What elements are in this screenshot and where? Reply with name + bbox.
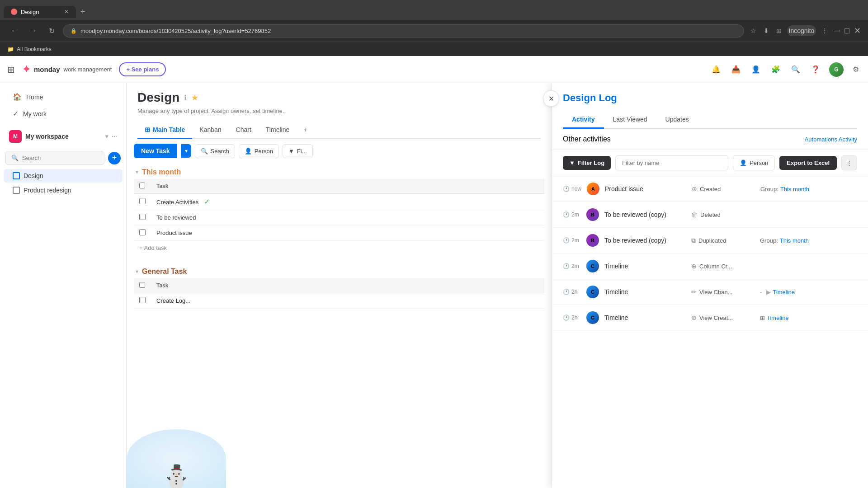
tab-favicon — [11, 9, 17, 15]
refresh-button[interactable]: ↻ — [45, 25, 58, 37]
export-excel-button[interactable]: Export to Excel — [779, 156, 837, 170]
log-group-link-4[interactable]: Timeline — [773, 289, 795, 296]
star-icon[interactable]: ★ — [191, 93, 198, 103]
panel-tab-updates[interactable]: Updates — [656, 111, 698, 129]
download-icon[interactable]: ⬇ — [762, 25, 771, 36]
new-task-dropdown-button[interactable]: ▾ — [181, 144, 191, 158]
search-header-icon[interactable]: 🔍 — [789, 63, 802, 75]
browser-tab[interactable]: Design ✕ — [4, 6, 76, 18]
select-all-general-checkbox[interactable] — [139, 282, 145, 288]
bookmarks-label[interactable]: All Bookmarks — [17, 46, 52, 52]
log-group-link-2[interactable]: This month — [780, 237, 809, 244]
log-action-icon-2: ⧉ — [691, 237, 696, 244]
log-avatar-2: B — [586, 234, 599, 247]
tab-timeline[interactable]: Timeline — [259, 122, 297, 139]
incognito-badge: Incognito — [787, 25, 816, 36]
sidebar: 🏠 Home ✓ My work M My workspace ▾ ··· 🔍 — [0, 83, 127, 488]
add-task-button[interactable]: + Add task — [134, 241, 544, 255]
inbox-icon[interactable]: 📥 — [730, 63, 742, 75]
filter-person-button[interactable]: 👤 Person — [733, 155, 775, 170]
person-toolbar-button[interactable]: 👤 Person — [239, 144, 279, 158]
log-avatar-5: C — [586, 311, 599, 324]
group-title-this-month[interactable]: This month — [142, 168, 181, 176]
sidebar-workspace[interactable]: M My workspace ▾ ··· — [0, 126, 126, 147]
panel-tab-last-viewed[interactable]: Last Viewed — [604, 111, 656, 129]
log-item-name-1: To be reviewed (copy) — [604, 211, 686, 218]
export-more-button[interactable]: ⋮ — [841, 155, 857, 170]
window-icon[interactable]: ⊞ — [774, 25, 783, 36]
log-entry: 🕐 2h C Timeline ⊕ View Creat... ⊞ Timeli… — [552, 305, 868, 331]
log-action-0: ⊕ Created — [692, 185, 755, 192]
log-item-name-0: Product issue — [605, 185, 686, 192]
grid-icon[interactable]: ⊞ — [7, 64, 15, 75]
bookmark-star-icon[interactable]: ☆ — [749, 25, 758, 36]
task-done-icon: ✓ — [204, 198, 210, 206]
log-action-1: 🗑 Deleted — [691, 211, 755, 218]
tab-kanban[interactable]: Kanban — [192, 122, 228, 139]
filter-toolbar-button[interactable]: ▼ Fi... — [283, 144, 313, 158]
sidebar-item-home[interactable]: 🏠 Home — [4, 89, 123, 105]
search-toolbar-button[interactable]: 🔍 Search — [195, 144, 235, 158]
tab-close-icon[interactable]: ✕ — [64, 9, 69, 15]
task-checkbox[interactable] — [139, 198, 146, 204]
group-collapse-icon[interactable]: ▾ — [136, 169, 138, 175]
bell-icon[interactable]: 🔔 — [710, 63, 722, 75]
sidebar-item-my-work[interactable]: ✓ My work — [4, 106, 123, 122]
tab-chart[interactable]: Chart — [229, 122, 259, 139]
sidebar-item-product-redesign[interactable]: Product redesign — [4, 183, 123, 197]
group-general-collapse-icon[interactable]: ▾ — [136, 268, 138, 275]
tasks-table-this-month: Task Create Activities ✓ — [134, 179, 544, 241]
table-row: Product issue — [134, 225, 544, 241]
automations-link[interactable]: Automations Activity — [805, 136, 857, 143]
board-description: Manage any type of project. Assign owner… — [137, 108, 409, 114]
add-board-button[interactable]: + — [108, 152, 121, 164]
forward-button[interactable]: → — [26, 25, 41, 37]
log-entry: 🕐 2m C Timeline ⊕ Column Cr... — [552, 253, 868, 279]
tasks-table-general: Task Create Log... — [134, 278, 544, 309]
task-checkbox[interactable] — [139, 229, 146, 235]
panel-title-main: Design — [563, 92, 596, 103]
app-logo: ✦ monday work management — [22, 64, 112, 75]
user-avatar[interactable]: G — [829, 62, 844, 77]
person-filter-icon: 👤 — [740, 160, 747, 166]
panel-tab-activity[interactable]: Activity — [563, 111, 604, 129]
url-bar[interactable]: 🔒 moodjoy.monday.com/boards/1830420525/a… — [63, 24, 744, 38]
filter-log-button[interactable]: ▼ Filter Log — [563, 156, 611, 170]
sidebar-item-design[interactable]: Design — [4, 169, 123, 183]
log-avatar-1: B — [586, 208, 599, 221]
maximize-button[interactable]: □ — [844, 26, 849, 36]
extensions-icon[interactable]: ⋮ — [820, 25, 830, 36]
panel-close-button[interactable]: ✕ — [543, 90, 559, 107]
main-table-icon: ⊞ — [145, 126, 150, 133]
search-input[interactable] — [22, 155, 99, 161]
filter-toolbar-icon: ▼ — [288, 148, 294, 155]
task-name-general: Create Log... — [151, 293, 544, 309]
people-icon[interactable]: 👤 — [750, 63, 762, 75]
tab-main-table[interactable]: ⊞ Main Table — [137, 122, 192, 139]
select-all-checkbox[interactable] — [139, 183, 145, 188]
help-icon[interactable]: ❓ — [809, 63, 822, 75]
tab-more[interactable]: + — [297, 122, 315, 139]
task-checkbox[interactable] — [139, 214, 146, 220]
back-button[interactable]: ← — [7, 25, 22, 37]
new-task-button[interactable]: New Task — [134, 144, 177, 158]
close-button[interactable]: ✕ — [854, 26, 861, 36]
log-group-link-5[interactable]: Timeline — [767, 314, 789, 321]
header-icons: 🔔 📥 👤 🧩 🔍 ❓ G ⚙ — [710, 62, 861, 77]
see-plans-button[interactable]: + See plans — [119, 62, 166, 76]
filter-name-input[interactable] — [615, 155, 728, 170]
table-row: Create Log... — [134, 293, 544, 309]
info-icon[interactable]: ℹ — [184, 94, 187, 102]
log-action-icon-5: ⊕ — [691, 314, 697, 321]
minimize-button[interactable]: ─ — [834, 26, 840, 36]
puzzle-icon[interactable]: 🧩 — [769, 63, 782, 75]
settings-icon[interactable]: ⚙ — [851, 63, 861, 75]
log-avatar-0: A — [587, 183, 599, 195]
workspace-more-icon[interactable]: ··· — [112, 133, 117, 140]
new-tab-button[interactable]: + — [76, 5, 90, 19]
log-group-link-0[interactable]: This month — [780, 186, 809, 192]
group-title-general[interactable]: General Task — [142, 267, 187, 276]
task-checkbox-general[interactable] — [139, 297, 146, 303]
clock-icon: 🕐 — [563, 186, 570, 192]
logo-asterisk: ✦ — [22, 64, 30, 75]
